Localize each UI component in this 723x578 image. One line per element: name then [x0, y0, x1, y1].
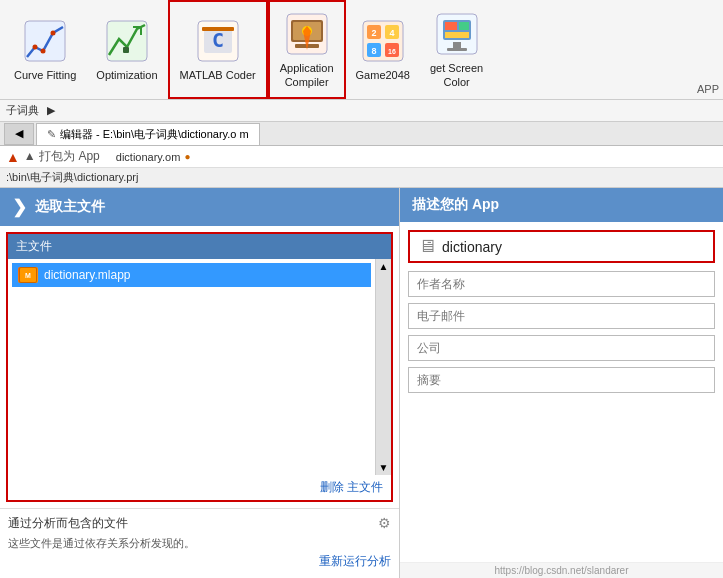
- toolbar-curve-fitting[interactable]: Curve Fitting: [4, 0, 86, 99]
- mlapp-file-icon: M: [18, 267, 38, 283]
- svg-rect-9: [202, 27, 234, 31]
- file-list: M dictionary.mlapp ▲ ▼: [8, 259, 391, 475]
- left-section-header: ❯ 选取主文件: [0, 188, 399, 226]
- modified-dot: ●: [184, 151, 190, 162]
- breadcrumb-arrow: ▶: [47, 104, 55, 117]
- svg-text:4: 4: [389, 28, 394, 38]
- list-item[interactable]: M dictionary.mlapp: [12, 263, 371, 287]
- scrollbar[interactable]: ▲ ▼: [375, 259, 391, 475]
- toolbar-get-screen-color[interactable]: get ScreenColor: [420, 0, 493, 99]
- optimization-label: Optimization: [96, 69, 157, 82]
- matlab-logo-icon: ▲: [6, 149, 20, 165]
- application-compiler-icon: [283, 10, 331, 58]
- breadcrumb-text: 子词典: [6, 103, 39, 118]
- rerun-analysis-button[interactable]: 重新运行分析: [8, 551, 391, 572]
- curve-fitting-label: Curve Fitting: [14, 69, 76, 82]
- tab-nav[interactable]: ◀: [4, 123, 34, 145]
- main-content: ❯ 选取主文件 主文件 M di: [0, 188, 723, 578]
- describe-app-label: 描述您的 App: [412, 196, 499, 212]
- right-panel: 描述您的 App 🖥 dictionary https://blog.csdn.…: [400, 188, 723, 578]
- tab-bar: ◀ ✎ 编辑器 - E:\bin\电子词典\dictionary.o m: [0, 122, 723, 146]
- rerun-label: 重新运行分析: [319, 554, 391, 568]
- delete-main-file-button[interactable]: 删除 主文件: [8, 475, 391, 500]
- files-found-header-row: 通过分析而包含的文件 ⚙: [8, 515, 391, 532]
- watermark: https://blog.csdn.net/slandarer: [400, 562, 723, 578]
- application-compiler-label: ApplicationCompiler: [280, 62, 334, 88]
- game2048-label: Game2048: [356, 69, 410, 82]
- path-text: :\bin\电子词典\dictionary.prj: [6, 170, 138, 185]
- summary-field[interactable]: [408, 367, 715, 393]
- files-found-section: 通过分析而包含的文件 ⚙ 这些文件是通过依存关系分析发现的。 重新运行分析: [0, 508, 399, 578]
- title-bar: ▲ ▲ 打包为 App dictionary.om ●: [0, 146, 723, 168]
- optimization-icon: [103, 17, 151, 65]
- game2048-icon: 2 4 8 16: [359, 17, 407, 65]
- svg-text:C: C: [212, 28, 224, 52]
- left-panel: ❯ 选取主文件 主文件 M di: [0, 188, 400, 578]
- toolbar-optimization[interactable]: Optimization: [86, 0, 167, 99]
- delete-main-file-label: 删除 主文件: [320, 480, 383, 494]
- tab-nav-icon: ◀: [15, 127, 23, 140]
- svg-text:16: 16: [388, 48, 396, 55]
- svg-rect-27: [459, 22, 469, 30]
- tab-editor[interactable]: ✎ 编辑器 - E:\bin\电子词典\dictionary.o m: [36, 123, 260, 145]
- breadcrumb-bar: 子词典 ▶: [0, 100, 723, 122]
- path-bar: :\bin\电子词典\dictionary.prj: [0, 168, 723, 188]
- main-file-subheader-label: 主文件: [16, 238, 52, 255]
- svg-point-3: [51, 30, 56, 35]
- select-main-file-label: 选取主文件: [35, 198, 105, 216]
- app-name-field[interactable]: 🖥 dictionary: [408, 230, 715, 263]
- form-area: 🖥 dictionary: [400, 222, 723, 407]
- toolbar-game2048[interactable]: 2 4 8 16 Game2048: [346, 0, 420, 99]
- file-tab[interactable]: dictionary.om: [116, 151, 181, 163]
- svg-point-1: [33, 44, 38, 49]
- main-file-name: dictionary.mlapp: [44, 268, 130, 282]
- svg-rect-0: [25, 21, 65, 61]
- svg-text:M: M: [25, 272, 31, 279]
- svg-rect-30: [447, 48, 467, 51]
- email-field[interactable]: [408, 303, 715, 329]
- svg-text:2: 2: [371, 28, 376, 38]
- chevron-right-icon: ❯: [12, 196, 27, 218]
- svg-rect-5: [123, 47, 129, 53]
- tab-editor-label: 编辑器 - E:\bin\电子词典\dictionary.o m: [60, 127, 249, 142]
- get-screen-color-icon: [433, 10, 481, 58]
- app-section-label: APP: [697, 83, 719, 95]
- svg-point-2: [41, 48, 46, 53]
- edit-icon: ✎: [47, 128, 56, 141]
- toolbar: Curve Fitting Optimization C MATLAB Code…: [0, 0, 723, 100]
- main-file-box: 主文件 M dictionary.mlapp: [6, 232, 393, 502]
- toolbar-application-compiler[interactable]: ApplicationCompiler: [268, 0, 346, 99]
- main-file-subheader: 主文件: [8, 234, 391, 259]
- get-screen-color-label: get ScreenColor: [430, 62, 483, 88]
- curve-fitting-icon: [21, 17, 69, 65]
- pack-as-app-label: ▲ 打包为 App: [24, 148, 100, 165]
- svg-rect-29: [453, 42, 461, 48]
- monitor-icon: 🖥: [418, 236, 436, 257]
- files-found-label: 通过分析而包含的文件: [8, 515, 128, 532]
- svg-rect-26: [445, 22, 457, 30]
- scroll-down-icon[interactable]: ▼: [379, 462, 389, 473]
- scroll-up-icon[interactable]: ▲: [379, 261, 389, 272]
- app-name-value: dictionary: [442, 239, 502, 255]
- files-found-desc: 这些文件是通过依存关系分析发现的。: [8, 536, 391, 551]
- matlab-coder-label: MATLAB Coder: [180, 69, 256, 82]
- svg-rect-28: [445, 32, 469, 38]
- file-list-content: M dictionary.mlapp: [8, 259, 375, 475]
- gear-icon[interactable]: ⚙: [378, 515, 391, 531]
- matlab-coder-icon: C: [194, 17, 242, 65]
- svg-text:8: 8: [371, 46, 376, 56]
- toolbar-matlab-coder[interactable]: C MATLAB Coder: [168, 0, 268, 99]
- company-field[interactable]: [408, 335, 715, 361]
- right-section-header: 描述您的 App: [400, 188, 723, 222]
- author-field[interactable]: [408, 271, 715, 297]
